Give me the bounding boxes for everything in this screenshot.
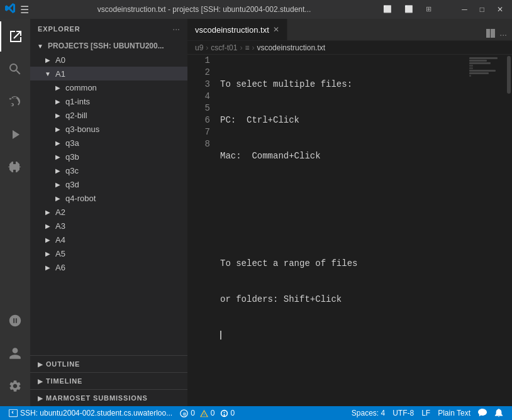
q4-robot-label: q4-robot — [63, 194, 96, 203]
line-3: Mac: Command+Click — [220, 150, 468, 162]
timeline-header[interactable]: ▶ TIMELINE — [30, 373, 187, 389]
marmoset-section: ▶ MARMOSET SUBMISSIONS — [30, 389, 187, 406]
activity-bar — [0, 19, 30, 406]
layout-icon-3[interactable]: ⊞ — [422, 4, 435, 15]
A3-arrow: ▶ — [43, 221, 53, 231]
line-numbers: 1 2 3 4 5 6 7 8 — [187, 55, 218, 406]
status-language[interactable]: Plain Text — [434, 409, 474, 417]
tab-close-icon[interactable]: ✕ — [273, 25, 279, 34]
tree-item-q3a[interactable]: ▶ q3a — [30, 136, 187, 150]
vscode-logo — [5, 3, 15, 16]
activity-source-control[interactable] — [0, 87, 30, 117]
tree-item-q3-bonus[interactable]: ▶ q3-bonus — [30, 122, 187, 136]
status-eol-label: LF — [421, 409, 430, 417]
status-encoding-label: UTF-8 — [392, 409, 414, 417]
timeline-section: ▶ TIMELINE — [30, 372, 187, 389]
q1-ints-label: q1-ints — [63, 97, 90, 106]
breadcrumb-u9[interactable]: u9 — [195, 43, 203, 52]
tree-item-q3b[interactable]: ▶ q3b — [30, 150, 187, 163]
tree-item-q2-bill[interactable]: ▶ q2-bill — [30, 108, 187, 122]
status-ssh[interactable]: SSH: ubuntu2004-002.student.cs.uwaterloo… — [5, 406, 176, 420]
titlebar: ☰ vscodeinstruction.txt - projects [SSH:… — [0, 0, 512, 19]
tree-item-q4-robot[interactable]: ▶ q4-robot — [30, 191, 187, 205]
activity-settings[interactable] — [0, 371, 30, 401]
close-button[interactable]: ✕ — [493, 4, 507, 15]
q3d-arrow: ▶ — [53, 179, 63, 189]
status-bar: SSH: ubuntu2004-002.student.cs.uwaterloo… — [0, 406, 512, 420]
tree-item-q3c[interactable]: ▶ q3c — [30, 163, 187, 177]
tree-item-A3[interactable]: ▶ A3 — [30, 219, 187, 233]
menu-icon[interactable]: ☰ — [20, 4, 29, 16]
main-layout: EXPLORER ··· ▼ PROJECTS [SSH: UBUNTU200.… — [0, 19, 512, 406]
tab-vscodeinstruction[interactable]: vscodeinstruction.txt ✕ — [187, 19, 287, 40]
q3-bonus-label: q3-bonus — [63, 124, 99, 134]
status-spaces[interactable]: Spaces: 4 — [348, 409, 389, 417]
status-language-label: Plain Text — [438, 409, 470, 417]
marmoset-header[interactable]: ▶ MARMOSET SUBMISSIONS — [30, 390, 187, 406]
svg-text:⊗: ⊗ — [183, 411, 187, 416]
activity-explorer[interactable] — [0, 21, 30, 52]
q3-bonus-arrow: ▶ — [53, 124, 63, 134]
tree-item-A0[interactable]: ▶ A0 — [30, 53, 187, 67]
q3b-arrow: ▶ — [53, 152, 63, 162]
q2-bill-arrow: ▶ — [53, 110, 63, 120]
activity-search[interactable] — [0, 54, 30, 84]
line-2: PC: Ctrl+Click — [220, 114, 468, 126]
line-6: To select a range of files — [220, 258, 468, 270]
q2-bill-label: q2-bill — [63, 111, 87, 120]
status-eol[interactable]: LF — [418, 409, 434, 417]
window-controls: ⬜ ⬜ ⊞ ─ □ ✕ — [379, 4, 507, 15]
marmoset-arrow: ▶ — [38, 395, 43, 402]
status-notifications[interactable] — [491, 409, 507, 417]
A4-label: A4 — [53, 235, 65, 245]
timeline-arrow: ▶ — [38, 378, 43, 385]
breadcrumb-cscf[interactable]: cscf-t01 — [211, 43, 237, 52]
line-4 — [220, 186, 468, 198]
status-encoding[interactable]: UTF-8 — [389, 409, 418, 417]
q3a-label: q3a — [63, 138, 79, 148]
split-editor-icon[interactable] — [486, 28, 496, 40]
tree-item-A1[interactable]: ▼ A1 — [30, 67, 187, 80]
tree-item-A5[interactable]: ▶ A5 — [30, 246, 187, 260]
activity-remote[interactable] — [0, 306, 30, 336]
tree-item-A2[interactable]: ▶ A2 — [30, 205, 187, 219]
marmoset-label: MARMOSET SUBMISSIONS — [46, 394, 148, 402]
sidebar-header: EXPLORER ··· — [30, 19, 187, 39]
A6-arrow: ▶ — [43, 262, 53, 272]
tree-item-q3d[interactable]: ▶ q3d — [30, 177, 187, 191]
tree-root[interactable]: ▼ PROJECTS [SSH: UBUNTU200... — [30, 39, 187, 53]
layout-icon-2[interactable]: ⬜ — [401, 4, 417, 15]
tree-item-A6[interactable]: ▶ A6 — [30, 260, 187, 274]
breadcrumb-file[interactable]: vscodeinstruction.txt — [257, 43, 325, 52]
sidebar-more-actions[interactable]: ··· — [172, 24, 180, 34]
tab-label: vscodeinstruction.txt — [195, 25, 269, 35]
breadcrumb-sep-2: › — [240, 43, 242, 52]
timeline-label: TIMELINE — [46, 377, 82, 385]
q3b-label: q3b — [63, 152, 79, 162]
activity-account[interactable] — [0, 338, 30, 368]
minimap — [468, 55, 506, 406]
editor-lines[interactable]: To select multiple files: PC: Ctrl+Click… — [218, 55, 468, 406]
activity-run-debug[interactable] — [0, 119, 30, 150]
status-errors[interactable]: ⊗ 0 0 0 — [176, 406, 238, 420]
more-actions-icon[interactable]: ··· — [499, 30, 507, 40]
scrollbar[interactable] — [506, 55, 512, 406]
minimize-button[interactable]: ─ — [458, 4, 471, 15]
sidebar-title: EXPLORER — [38, 25, 81, 33]
status-feedback[interactable] — [474, 409, 491, 417]
root-label: PROJECTS [SSH: UBUNTU200... — [45, 41, 164, 50]
q3a-arrow: ▶ — [53, 138, 63, 148]
tree-item-A4[interactable]: ▶ A4 — [30, 233, 187, 246]
outline-arrow: ▶ — [38, 361, 43, 368]
tree-item-q1-ints[interactable]: ▶ q1-ints — [30, 94, 187, 108]
layout-icon-1[interactable]: ⬜ — [379, 4, 396, 15]
line-8 — [220, 329, 468, 341]
common-arrow: ▶ — [53, 82, 63, 92]
A1-arrow: ▼ — [43, 69, 53, 79]
activity-extensions[interactable] — [0, 152, 30, 182]
tree-item-common[interactable]: ▶ common — [30, 80, 187, 94]
scrollbar-thumb[interactable] — [507, 56, 511, 94]
maximize-button[interactable]: □ — [476, 4, 488, 15]
line-1: To select multiple files: — [220, 79, 468, 91]
outline-header[interactable]: ▶ OUTLINE — [30, 356, 187, 372]
